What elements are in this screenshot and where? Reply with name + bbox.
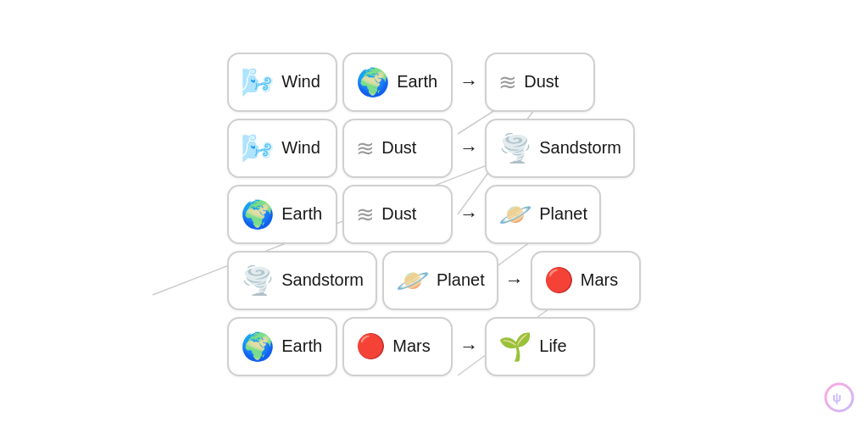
card-dust-1: ≋ Dust xyxy=(485,53,595,112)
card-dust-2: ≋ Dust xyxy=(342,119,453,178)
card-planet-2: 🪐 Planet xyxy=(382,251,498,310)
planet-icon-2: 🪐 xyxy=(396,267,430,294)
card-planet-1: 🪐 Planet xyxy=(485,185,601,244)
earth-icon-2: 🌍 xyxy=(241,201,275,228)
dust-label-3: Dust xyxy=(381,204,416,224)
arrow-3: → xyxy=(459,203,478,225)
wind-icon-2: 🌬️ xyxy=(241,135,275,162)
card-wind-2: 🌬️ Wind xyxy=(227,119,337,178)
earth-label-1: Earth xyxy=(397,72,437,92)
card-wind-1: 🌬️ Wind xyxy=(227,53,337,112)
dust-icon-1: ≋ xyxy=(498,71,517,93)
wind-icon-1: 🌬️ xyxy=(241,69,275,96)
recipe-row-4: 🌪️ Sandstorm 🪐 Planet → 🔴 Mars xyxy=(227,251,640,310)
recipe-row-2: 🌬️ Wind ≋ Dust → 🌪️ Sandstorm xyxy=(227,119,640,178)
brand-watermark: ψ xyxy=(824,382,854,418)
arrow-2: → xyxy=(459,137,478,159)
mars-icon-1: 🔴 xyxy=(544,269,574,292)
main-container: 🌬️ Wind 🌍 Earth → ≋ Dust 🌬️ Wind ≋ Dust xyxy=(0,0,868,428)
card-sandstorm-1: 🌪️ Sandstorm xyxy=(485,119,635,178)
card-earth-1: 🌍 Earth xyxy=(342,53,453,112)
mars-label-1: Mars xyxy=(581,270,618,290)
recipes-grid: 🌬️ Wind 🌍 Earth → ≋ Dust 🌬️ Wind ≋ Dust xyxy=(227,53,640,376)
planet-label-1: Planet xyxy=(539,204,587,224)
arrow-5: → xyxy=(459,336,478,358)
sandstorm-label-2: Sandstorm xyxy=(281,270,364,290)
dust-icon-3: ≋ xyxy=(356,203,375,225)
recipe-row-1: 🌬️ Wind 🌍 Earth → ≋ Dust xyxy=(227,53,640,112)
card-earth-3: 🌍 Earth xyxy=(227,317,337,376)
sandstorm-icon-1: 🌪️ xyxy=(498,135,532,162)
card-earth-2: 🌍 Earth xyxy=(227,185,337,244)
earth-icon-3: 🌍 xyxy=(241,333,275,360)
planet-icon-1: 🪐 xyxy=(498,201,532,228)
arrow-4: → xyxy=(505,270,524,292)
sandstorm-icon-2: 🌪️ xyxy=(241,267,275,294)
life-label-1: Life xyxy=(539,336,566,356)
life-icon-1: 🌱 xyxy=(498,333,532,360)
dust-label-2: Dust xyxy=(381,138,416,158)
recipe-row-5: 🌍 Earth 🔴 Mars → 🌱 Life xyxy=(227,317,640,376)
mars-label-2: Mars xyxy=(392,336,430,356)
card-mars-2: 🔴 Mars xyxy=(342,317,453,376)
card-mars-1: 🔴 Mars xyxy=(531,251,641,310)
wind-label-2: Wind xyxy=(281,138,320,158)
mars-icon-2: 🔴 xyxy=(356,335,386,359)
card-life-1: 🌱 Life xyxy=(485,317,595,376)
earth-label-2: Earth xyxy=(281,204,322,224)
earth-icon-1: 🌍 xyxy=(356,69,390,96)
svg-text:ψ: ψ xyxy=(832,391,842,404)
earth-label-3: Earth xyxy=(281,336,322,356)
card-sandstorm-2: 🌪️ Sandstorm xyxy=(227,251,377,310)
sandstorm-label-1: Sandstorm xyxy=(539,138,621,158)
card-dust-3: ≋ Dust xyxy=(342,185,453,244)
recipe-row-3: 🌍 Earth ≋ Dust → 🪐 Planet xyxy=(227,185,640,244)
dust-label-1: Dust xyxy=(524,72,559,92)
wind-label-1: Wind xyxy=(281,72,320,92)
dust-icon-2: ≋ xyxy=(356,137,375,159)
planet-label-2: Planet xyxy=(437,270,485,290)
arrow-1: → xyxy=(459,71,478,93)
